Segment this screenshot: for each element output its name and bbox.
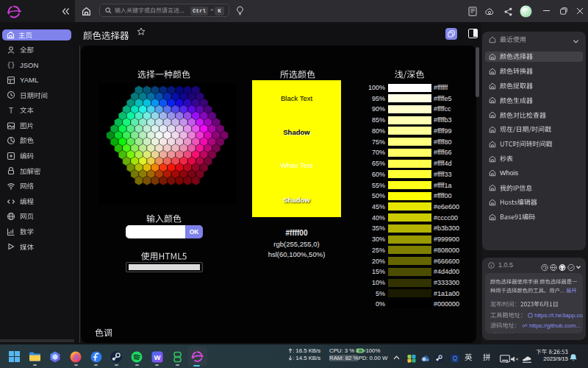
svg-text:T: T — [9, 107, 13, 115]
svg-text:{}: {} — [7, 62, 15, 69]
svg-text:W: W — [154, 353, 161, 361]
